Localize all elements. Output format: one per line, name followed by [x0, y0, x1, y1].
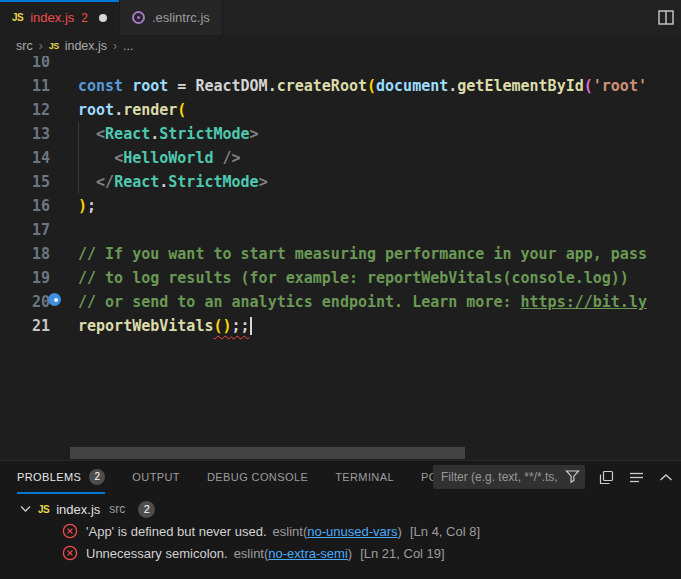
panel-tabs: PROBLEMS2OUTPUTDEBUG CONSOLETERMINALPORT…: [17, 461, 488, 494]
code-line[interactable]: 17: [0, 218, 681, 242]
panel-tab-debug-console[interactable]: DEBUG CONSOLE: [207, 461, 308, 494]
line-number[interactable]: 11: [0, 74, 50, 98]
line-number[interactable]: 12: [0, 98, 50, 122]
vscode-window: JS index.js 2 .eslintrc.js src › JS inde…: [0, 0, 681, 579]
tab-index-js[interactable]: JS index.js 2: [0, 0, 120, 35]
code-token: >: [259, 173, 268, 191]
problem-rule-link[interactable]: no-extra-semi: [268, 546, 347, 561]
code-token: (: [584, 77, 593, 95]
line-number[interactable]: 20: [0, 290, 50, 314]
code-token: .: [150, 125, 159, 143]
code-editor[interactable]: 1011const root = ReactDOM.createRoot(doc…: [0, 56, 681, 460]
breadcrumb-item-symbol[interactable]: ...: [123, 39, 133, 53]
code-line[interactable]: 18// If you want to start measuring perf…: [0, 242, 681, 266]
breadcrumb: src › JS index.js › ...: [0, 35, 681, 56]
panel-tab-label: PROBLEMS: [17, 471, 81, 483]
code-token: reportWebVitals: [78, 317, 213, 335]
chevron-right-icon: ›: [113, 39, 117, 53]
code-token: ;: [87, 197, 96, 215]
tab-label: index.js: [30, 10, 74, 25]
code-token: [213, 149, 222, 167]
split-editor-icon[interactable]: [651, 0, 681, 35]
problem-message: 'App' is defined but never used.: [86, 524, 267, 539]
javascript-icon: JS: [38, 504, 49, 515]
code-text: );: [50, 194, 96, 218]
code-token: >: [250, 125, 259, 143]
line-number[interactable]: 16: [0, 194, 50, 218]
filter-funnel-icon[interactable]: [565, 469, 580, 484]
code-token: (: [177, 101, 186, 119]
panel-tab-output[interactable]: OUTPUT: [132, 461, 180, 494]
code-token: />: [223, 149, 241, 167]
panel-tab-problems[interactable]: PROBLEMS2: [17, 461, 105, 494]
code-text: [50, 218, 78, 242]
line-number[interactable]: 15: [0, 170, 50, 194]
code-line[interactable]: 13 <React.StrictMode>: [0, 122, 681, 146]
breadcrumb-item-file[interactable]: index.js: [65, 39, 107, 53]
line-number[interactable]: 13: [0, 122, 50, 146]
problems-filter-input[interactable]: [433, 465, 585, 489]
code-token: // to log results (for example: reportWe…: [78, 269, 629, 287]
problem-row[interactable]: 'App' is defined but never used.eslint(n…: [0, 520, 681, 542]
code-text: </React.StrictMode>: [50, 170, 268, 194]
code-line[interactable]: 14 <HelloWorld />: [0, 146, 681, 170]
problem-rule-group: eslint(no-unused-vars): [271, 524, 402, 539]
code-token: (): [213, 317, 231, 335]
code-token: // or send to an analytics endpoint. Lea…: [78, 293, 521, 311]
code-line[interactable]: 11const root = ReactDOM.createRoot(docum…: [0, 74, 681, 98]
panel-tab-terminal[interactable]: TERMINAL: [335, 461, 394, 494]
line-number[interactable]: 21: [0, 314, 50, 338]
menu-lines-icon[interactable]: [627, 468, 645, 486]
problems-file-name: index.js: [56, 502, 100, 517]
problem-source: eslint(: [234, 546, 269, 561]
panel-tab-label: OUTPUT: [132, 471, 180, 483]
code-text: // to log results (for example: reportWe…: [50, 266, 629, 290]
code-token: getElementById: [457, 77, 583, 95]
code-line[interactable]: 21reportWebVitals();;: [0, 314, 681, 338]
code-token: const: [78, 77, 123, 95]
duplicate-icon[interactable]: [597, 468, 615, 486]
code-line[interactable]: 16);: [0, 194, 681, 218]
panel-tab-bar: PROBLEMS2OUTPUTDEBUG CONSOLETERMINALPORT…: [0, 461, 681, 494]
code-token: https://bit.ly: [521, 293, 647, 311]
problems-file-row[interactable]: JS index.js src 2: [0, 498, 681, 520]
problem-location: [Ln 4, Col 8]: [410, 524, 480, 539]
problem-message: Unnecessary semicolon.: [86, 546, 228, 561]
code-token: React: [114, 173, 159, 191]
problem-row[interactable]: Unnecessary semicolon.eslint(no-extra-se…: [0, 542, 681, 564]
code-line[interactable]: 12root.render(: [0, 98, 681, 122]
javascript-icon: JS: [49, 41, 59, 51]
tab-bar-empty-space: [223, 0, 651, 35]
modified-dot-icon[interactable]: [99, 14, 107, 22]
code-token: HelloWorld: [123, 149, 213, 167]
code-token: 'root': [593, 77, 647, 95]
code-line[interactable]: 10: [0, 56, 681, 74]
panel-tab-label: DEBUG CONSOLE: [207, 471, 308, 483]
problem-rule-link[interactable]: no-unused-vars: [307, 524, 397, 539]
code-line[interactable]: 20// or send to an analytics endpoint. L…: [0, 290, 681, 314]
code-text: root.render(: [50, 98, 186, 122]
problem-rule-group: eslint(no-extra-semi): [232, 546, 353, 561]
code-token: ;;: [232, 317, 250, 335]
line-number[interactable]: 17: [0, 218, 50, 242]
line-number[interactable]: 18: [0, 242, 50, 266]
line-number[interactable]: 10: [0, 56, 50, 74]
line-number[interactable]: 19: [0, 266, 50, 290]
code-token: </: [96, 173, 114, 191]
chevron-up-icon[interactable]: [657, 468, 675, 486]
panel-toolbar: [433, 465, 675, 489]
problem-source: eslint(: [273, 524, 308, 539]
code-token: .: [268, 77, 277, 95]
code-line[interactable]: 19// to log results (for example: report…: [0, 266, 681, 290]
code-token: <: [96, 125, 105, 143]
panel-tab-badge: 2: [89, 469, 105, 485]
code-token: StrictMode: [159, 125, 249, 143]
breadcrumb-item-src[interactable]: src: [16, 39, 33, 53]
line-number[interactable]: 14: [0, 146, 50, 170]
code-token: .: [114, 101, 123, 119]
code-token: ReactDOM: [195, 77, 267, 95]
horizontal-scrollbar[interactable]: [70, 447, 465, 459]
tab-eslintrc-js[interactable]: .eslintrc.js: [120, 0, 223, 35]
code-line[interactable]: 15 </React.StrictMode>: [0, 170, 681, 194]
tab-problem-count: 2: [81, 11, 88, 25]
